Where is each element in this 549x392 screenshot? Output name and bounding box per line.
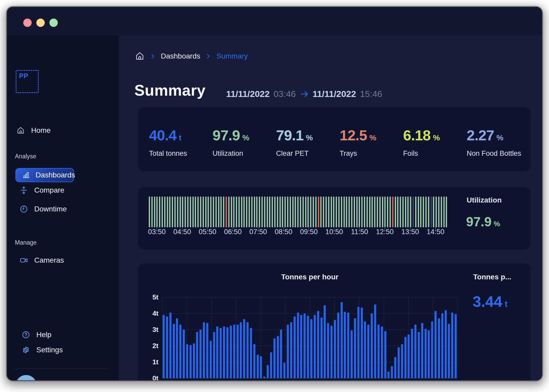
utilization-strip-bar xyxy=(195,197,196,227)
utilization-strip-bar xyxy=(238,197,240,227)
utilization-strip-bar xyxy=(295,197,296,227)
date-range[interactable]: 11/11/2022 03:46 11/11/2022 15:46 xyxy=(226,89,382,99)
kpi-value: 6.18 xyxy=(403,127,431,143)
sidebar-item-label: Home xyxy=(31,126,51,135)
utilization-strip-bar xyxy=(420,197,421,227)
utilization-strip-bar xyxy=(338,197,340,227)
utilization-strip-bar xyxy=(359,197,360,227)
utilization-strip-bar xyxy=(169,197,170,227)
utilization-strip-bar xyxy=(377,197,378,227)
utilization-strip-bar xyxy=(310,197,311,227)
sidebar-item-help[interactable]: Help xyxy=(22,331,52,339)
sidebar-item-compare[interactable]: Compare xyxy=(20,186,64,194)
start-date: 11/11/2022 xyxy=(226,89,270,99)
tonnes-bar xyxy=(317,311,319,378)
utilization-strip-bar xyxy=(241,197,242,227)
utilization-strip-bar xyxy=(177,197,178,227)
zoom-window-button[interactable] xyxy=(49,19,58,27)
sidebar-item-settings[interactable]: Settings xyxy=(22,346,63,354)
sidebar-item-home[interactable]: Home xyxy=(16,126,51,135)
tonnes-bar xyxy=(374,304,376,378)
utilization-strip-bar xyxy=(402,197,404,227)
utilization-strip-bars[interactable] xyxy=(149,197,448,227)
utilization-strip-bar xyxy=(382,197,383,227)
tonnes-bar xyxy=(247,322,249,378)
utilization-strip-bar xyxy=(267,197,268,227)
tonnes-bar xyxy=(203,322,205,378)
tonnes-bar-chart[interactable]: 0t1t2t3t4t5t xyxy=(162,297,458,378)
user-avatar[interactable]: NB xyxy=(16,375,37,380)
utilization-strip-bar xyxy=(277,197,278,227)
utilization-strip-bar xyxy=(331,197,332,227)
utilization-strip-bar xyxy=(371,197,373,227)
tonnes-bar xyxy=(233,325,235,378)
tonnes-bar xyxy=(418,332,420,378)
utilization-strip-bar xyxy=(305,197,306,227)
tonnes-bar xyxy=(253,344,255,378)
tonnes-bar xyxy=(297,313,299,378)
utilization-strip-bar xyxy=(364,197,365,227)
home-icon[interactable] xyxy=(135,51,145,61)
utilization-strip-bar xyxy=(431,197,432,227)
tonnes-bar xyxy=(310,319,312,378)
utilization-strip-bar xyxy=(344,197,345,227)
tonnes-bar xyxy=(441,313,443,378)
utilization-strip-bar xyxy=(390,197,391,227)
utilization-strip-bar xyxy=(210,197,211,227)
kpi-value: 97.9 xyxy=(213,127,240,143)
tonnes-bar xyxy=(354,318,356,378)
chevron-right-icon xyxy=(150,53,156,59)
sidebar-item-cameras[interactable]: Cameras xyxy=(20,256,64,264)
tonnes-bar xyxy=(257,355,259,378)
utilization-strip-bar xyxy=(292,197,294,227)
kpi-label: Total tonnes xyxy=(149,149,213,158)
arrow-right-icon xyxy=(300,90,309,99)
utilization-strip-bar xyxy=(346,197,347,227)
tonnes-bar xyxy=(169,313,171,378)
utilization-strip-bar xyxy=(356,197,358,227)
sidebar-item-label: Cameras xyxy=(34,256,64,264)
breadcrumb: Dashboards Summary xyxy=(135,51,248,61)
utilization-strip-bar xyxy=(284,197,286,227)
utilization-strip-bar xyxy=(249,197,250,227)
utilization-strip-bar xyxy=(333,197,334,227)
kpi-card: 12.5%Trays xyxy=(340,127,403,171)
close-window-button[interactable] xyxy=(23,19,32,27)
utilization-strip-bar xyxy=(233,197,235,227)
utilization-strip-bar xyxy=(300,197,301,227)
utilization-strip-bar xyxy=(190,197,191,227)
kpi-label: Trays xyxy=(340,149,403,158)
breadcrumb-item-dashboards[interactable]: Dashboards xyxy=(161,52,200,60)
utilization-strip-bar xyxy=(367,197,368,227)
tonnes-bar xyxy=(378,325,380,378)
tonnes-bar xyxy=(243,319,245,378)
tonnes-bar xyxy=(273,338,276,378)
utilization-strip-bar xyxy=(231,197,232,227)
app-logo[interactable]: PP xyxy=(16,70,39,93)
tonnes-bar xyxy=(330,326,333,378)
utilization-strip-bar xyxy=(164,197,165,227)
utilization-panel: 03:5004:5005:5006:5007:5008:5009:5010:50… xyxy=(138,187,531,250)
utilization-strip-bar xyxy=(254,197,255,227)
breadcrumb-item-summary[interactable]: Summary xyxy=(216,52,248,60)
sidebar-item-downtime[interactable]: Downtime xyxy=(20,205,67,213)
utilization-strip-bar xyxy=(236,197,237,227)
utilization-strip-bar xyxy=(228,197,230,227)
tonnes-bar xyxy=(190,345,192,378)
utilization-strip-bar xyxy=(341,197,342,227)
utilization-strip-bar xyxy=(348,197,350,227)
bar-chart-icon xyxy=(22,171,30,179)
y-axis-label: 1t xyxy=(143,358,158,366)
kpi-card: 79.1%Clear PET xyxy=(276,127,340,171)
tonnes-bar xyxy=(364,321,366,378)
tonnes-bar xyxy=(334,320,336,378)
minimize-window-button[interactable] xyxy=(36,19,45,27)
utilization-strip-bar xyxy=(379,197,381,227)
sidebar-item-dashboards[interactable]: Dashboards xyxy=(15,168,74,182)
kpi-card: 97.9%Utilization xyxy=(213,127,276,171)
utilization-strip-bar xyxy=(182,197,183,227)
video-camera-icon xyxy=(20,256,28,264)
utilization-strip-bar xyxy=(208,197,209,227)
tonnes-bar xyxy=(193,343,195,378)
utilization-strip-bar xyxy=(318,197,319,227)
